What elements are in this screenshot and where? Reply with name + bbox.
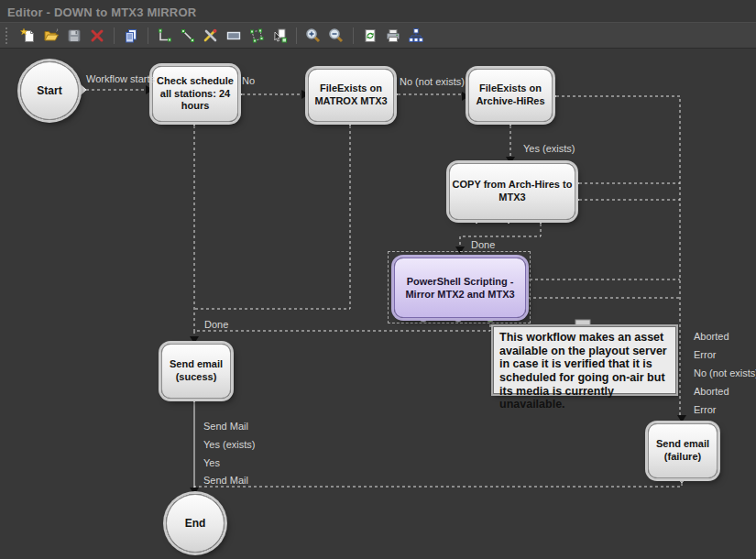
edge-label-workflow-starts: Workflow starts: [86, 73, 155, 84]
edge-label-yes: Yes: [203, 457, 220, 468]
edge-label-yes-exists: Yes (exists): [523, 143, 575, 154]
move-node-tool-icon[interactable]: [269, 26, 290, 46]
node-powershell-label: PowerShell Scripting - Mirror MTX2 and M…: [395, 275, 525, 301]
edge-label-send-mail-1: Send Mail: [203, 421, 248, 432]
node-powershell[interactable]: PowerShell Scripting - Mirror MTX2 and M…: [394, 258, 526, 318]
edge-label-error-2: Error: [694, 404, 716, 415]
node-send-email-failure-label: Send email (failure): [649, 438, 717, 464]
node-send-email-success[interactable]: Send email (sucess): [161, 344, 231, 399]
split-connector-tool-icon[interactable]: [201, 26, 221, 46]
edge-label-aborted-1: Aborted: [694, 331, 729, 342]
toolbar-separator: [353, 27, 354, 44]
polygon-tool-icon[interactable]: [247, 26, 267, 46]
node-end[interactable]: End: [166, 494, 225, 553]
edge-label-no-not-exists: No (not exists): [400, 76, 465, 87]
toolbar-separator: [114, 27, 115, 44]
edge-label-send-mail-2: Send Mail: [203, 475, 248, 486]
open-icon[interactable]: [41, 26, 61, 46]
node-copy-label: COPY from Arch-Hires to MTX3: [450, 179, 575, 204]
edge-label-aborted-2: Aborted: [694, 386, 729, 397]
workflow-edges: [81, 90, 682, 492]
edge-label-done-copy: Done: [471, 239, 495, 250]
zoom-out-icon[interactable]: [326, 26, 346, 46]
node-end-label: End: [185, 517, 206, 531]
edge-label-no-not-exists-2: No (not exists): [694, 367, 756, 378]
edge-label-done-success: Done: [204, 319, 228, 330]
delete-icon[interactable]: [87, 26, 107, 46]
node-fileexists-archive-label: FileExists on Archive-HiRes: [469, 82, 552, 108]
edge-label-yes-exists-2: Yes (exists): [203, 439, 255, 450]
window-title: Editor - DOWN to MTX3 MIRROR: [7, 5, 196, 19]
rectangle-tool-icon[interactable]: [224, 26, 244, 46]
line-tool-icon[interactable]: [178, 26, 198, 46]
toolbar-separator: [296, 27, 297, 44]
save-icon[interactable]: [64, 26, 84, 46]
node-copy[interactable]: COPY from Arch-Hires to MTX3: [449, 163, 575, 220]
workflow-editor-window: Editor - DOWN to MTX3 MIRROR: [0, 0, 756, 559]
new-workflow-icon[interactable]: [18, 26, 38, 46]
hierarchy-view-icon[interactable]: [406, 26, 426, 46]
titlebar: Editor - DOWN to MTX3 MIRROR: [0, 0, 756, 22]
node-fileexists-mtx3[interactable]: FileExists on MATROX MTX3: [308, 69, 394, 122]
node-start[interactable]: Start: [20, 61, 79, 120]
refresh-icon[interactable]: [360, 26, 380, 46]
copy-icon[interactable]: [121, 26, 141, 46]
toolbar: [0, 22, 756, 49]
node-check-schedule[interactable]: Check schedule all stations: 24 hours: [152, 66, 238, 122]
print-icon[interactable]: [383, 26, 403, 46]
node-fileexists-mtx3-label: FileExists on MATROX MTX3: [309, 82, 393, 108]
node-send-email-failure[interactable]: Send email (failure): [648, 423, 718, 478]
edge-label-error-1: Error: [694, 349, 716, 360]
toolbar-grip[interactable]: [5, 27, 11, 44]
edge-label-no: No: [242, 75, 255, 86]
workflow-note[interactable]: This workflow makes an asset available o…: [493, 326, 676, 394]
node-check-schedule-label: Check schedule all stations: 24 hours: [153, 75, 237, 113]
toolbar-separator: [148, 27, 148, 44]
zoom-in-icon[interactable]: [303, 26, 323, 46]
node-start-label: Start: [37, 84, 61, 98]
node-connector-tabs: [79, 83, 688, 483]
node-fileexists-archive[interactable]: FileExists on Archive-HiRes: [468, 69, 553, 122]
polyline-tool-icon[interactable]: [155, 26, 175, 46]
node-send-email-success-label: Send email (sucess): [162, 358, 230, 384]
